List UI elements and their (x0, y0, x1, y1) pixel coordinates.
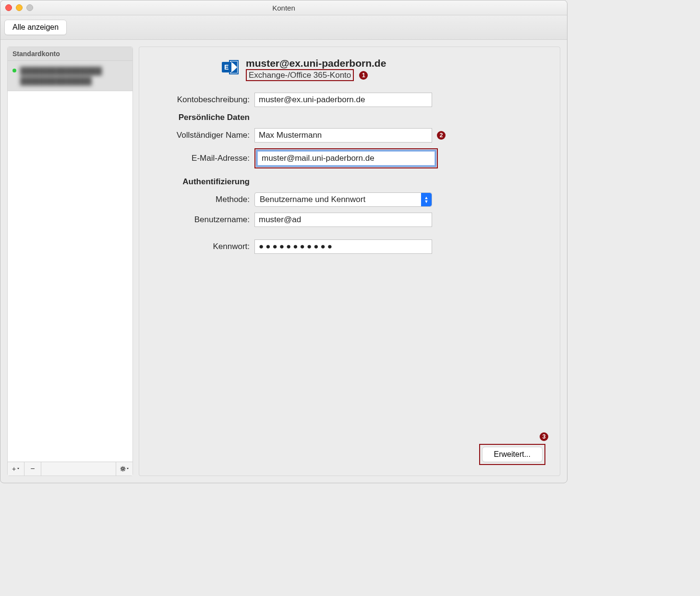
svg-rect-7 (124, 470, 125, 471)
row-method: Methode: Benutzername und Kennwort ▲▼ (154, 192, 545, 207)
section-auth: Authentifizierung (154, 177, 250, 187)
description-input[interactable] (254, 93, 432, 107)
section-personal: Persönliche Daten (154, 113, 250, 122)
annotation-box-1: Exchange-/Office 365-Konto (246, 69, 354, 81)
label-email: E-Mail-Adresse: (154, 154, 250, 163)
annotation-badge-3: 3 (540, 432, 548, 441)
annotation-badge-2: 2 (437, 131, 446, 140)
svg-point-1 (122, 468, 124, 470)
detail-footer: 3 Erweitert... (154, 444, 545, 465)
account-detail-panel: E muster@ex.uni-paderborn.de Exchange-/O… (139, 47, 560, 476)
label-username: Benutzername: (154, 215, 250, 225)
titlebar: Konten (0, 0, 567, 15)
annotation-box-2 (254, 148, 438, 168)
sidebar-footer: + − (8, 462, 133, 476)
sidebar-account-default[interactable]: ████████████████ ██████████████ (8, 61, 133, 91)
row-username: Benutzername: (154, 213, 545, 227)
exchange-icon: E (221, 58, 240, 77)
svg-rect-4 (121, 468, 121, 469)
row-password: Kennwort: ●●●●●●●●●●● (154, 239, 545, 254)
chevron-updown-icon: ▲▼ (421, 193, 432, 206)
label-password: Kennwort: (154, 242, 250, 251)
svg-rect-8 (124, 467, 125, 468)
annotation-box-3: 3 Erweitert... (479, 444, 545, 465)
method-select-value: Benutzername und Kennwort (255, 195, 421, 204)
svg-text:+: + (12, 465, 16, 472)
svg-text:E: E (224, 63, 229, 71)
email-input[interactable] (257, 151, 435, 166)
account-form: Kontobeschreibung: Persönliche Daten Vol… (154, 93, 545, 254)
password-input[interactable]: ●●●●●●●●●●● (254, 239, 432, 254)
add-account-button[interactable]: + (8, 462, 24, 476)
method-select[interactable]: Benutzername und Kennwort ▲▼ (254, 192, 432, 207)
svg-rect-2 (122, 466, 123, 467)
fullname-input[interactable] (254, 128, 432, 143)
row-auth-header: Authentifizierung (154, 177, 545, 187)
row-fullname: Vollständiger Name: 2 (154, 128, 545, 143)
sidebar-body (8, 91, 133, 462)
username-input[interactable] (254, 213, 432, 227)
label-method: Methode: (154, 195, 250, 204)
svg-rect-3 (122, 471, 123, 472)
row-email: E-Mail-Adresse: (154, 148, 545, 168)
toolbar: Alle anzeigen (0, 15, 567, 40)
accounts-sidebar: Standardkonto ████████████████ █████████… (7, 47, 133, 476)
show-all-button[interactable]: Alle anzeigen (4, 20, 67, 35)
content-area: Standardkonto ████████████████ █████████… (0, 40, 567, 483)
label-description: Kontobeschreibung: (154, 95, 250, 105)
row-personal-header: Persönliche Daten (154, 113, 545, 122)
gear-icon (120, 465, 129, 472)
remove-account-button[interactable]: − (24, 462, 41, 476)
status-online-icon (12, 69, 16, 72)
account-title: muster@ex.uni-paderborn.de (246, 58, 386, 69)
account-subtitle: Exchange-/Office 365-Konto (249, 71, 351, 80)
window-title: Konten (0, 4, 567, 12)
accounts-window: Konten Alle anzeigen Standardkonto █████… (0, 0, 567, 483)
label-fullname: Vollständiger Name: (154, 131, 250, 140)
sidebar-settings-button[interactable] (116, 462, 133, 476)
annotation-badge-1: 1 (359, 71, 368, 80)
svg-rect-5 (125, 468, 126, 469)
advanced-button[interactable]: Erweitert... (482, 447, 543, 462)
svg-rect-9 (121, 470, 122, 471)
sidebar-account-label: ████████████████ ██████████████ (20, 66, 102, 86)
sidebar-header: Standardkonto (8, 47, 133, 61)
row-description: Kontobeschreibung: (154, 93, 545, 107)
svg-rect-6 (121, 467, 122, 468)
account-header: E muster@ex.uni-paderborn.de Exchange-/O… (221, 58, 545, 81)
